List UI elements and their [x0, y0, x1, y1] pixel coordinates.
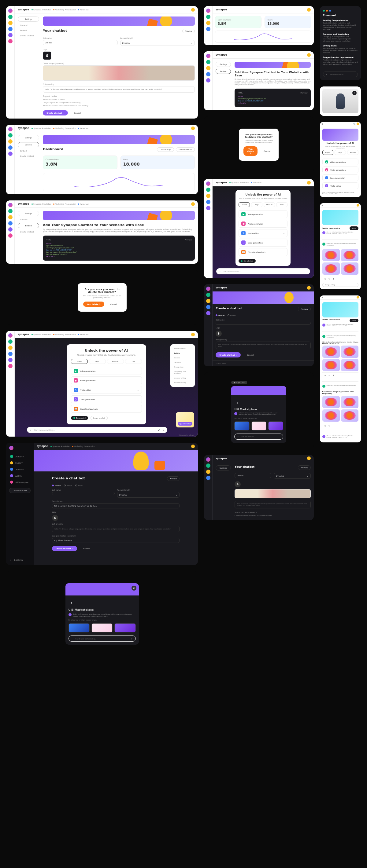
sidebar-settings-button[interactable]: Settings: [216, 62, 231, 67]
app-logo-icon[interactable]: [8, 333, 12, 338]
menu-writing[interactable]: Improve writing: [173, 381, 192, 384]
suggestion-card[interactable]: [68, 623, 90, 632]
option-photo-editor[interactable]: ✎Photo editor: [322, 182, 359, 189]
cancel-button[interactable]: Cancel: [80, 546, 93, 551]
sidebar-item-chatgpt4[interactable]: ChatGPT-4: [9, 454, 31, 459]
sidebar-general[interactable]: General: [18, 218, 39, 221]
generated-image[interactable]: [341, 396, 359, 408]
app-logo-icon[interactable]: [8, 127, 12, 131]
plus-icon[interactable]: +: [325, 73, 328, 76]
exit-button[interactable]: ⟵ Exit lense: [213, 361, 313, 366]
sidebar-embed-button[interactable]: Embed: [18, 223, 39, 228]
rail-item[interactable]: [206, 72, 210, 76]
greeting-textarea[interactable]: Hello, I'm Synapse a large language mode…: [234, 501, 310, 508]
generated-image[interactable]: [341, 409, 359, 422]
create-bot-pill[interactable]: Create new bot: [90, 416, 108, 420]
rail-item[interactable]: [8, 364, 12, 368]
suggestion-card[interactable]: [114, 623, 136, 632]
tab-expert[interactable]: Expert: [238, 202, 250, 207]
rail-item[interactable]: [8, 209, 12, 213]
bot-selected-pill[interactable]: Bot selected: [71, 416, 88, 420]
bot-name-input[interactable]: [216, 322, 310, 325]
cancel-button[interactable]: Cancel: [243, 352, 257, 358]
avatar[interactable]: [191, 202, 195, 206]
avatar[interactable]: [307, 286, 311, 290]
refresh-icon[interactable]: ↻: [328, 424, 331, 428]
rail-item[interactable]: [8, 339, 12, 344]
create-chatbot-button[interactable]: Create chatbot →: [43, 110, 68, 116]
rail-item[interactable]: [8, 39, 12, 43]
cover-image-preview[interactable]: [234, 489, 310, 498]
logo-upload[interactable]: S: [43, 51, 51, 60]
plus-icon[interactable]: +: [218, 270, 221, 273]
sidebar-settings-button[interactable]: Settings: [18, 135, 39, 140]
sidebar-item-cinematic[interactable]: Cinematic: [9, 467, 31, 472]
generated-image[interactable]: [322, 210, 359, 225]
rail-item[interactable]: [206, 78, 210, 83]
avatar[interactable]: [307, 8, 311, 11]
option-photo[interactable]: ◉Photo generation: [322, 166, 359, 173]
rail-item[interactable]: [206, 194, 210, 198]
logo-upload[interactable]: S: [216, 331, 222, 337]
rail-item[interactable]: [206, 15, 210, 19]
suggest-input[interactable]: e.g. I love the world: [52, 538, 179, 543]
option-education[interactable]: 📖Education feedback: [238, 248, 287, 256]
greeting-textarea[interactable]: Hello, I'm Synapse a large language mode…: [216, 342, 310, 349]
period-select[interactable]: Last 30 days: [157, 147, 174, 152]
rail-item[interactable]: [206, 27, 210, 31]
option-video[interactable]: ▶Video generation: [238, 210, 287, 218]
step-model[interactable]: Model: [75, 485, 83, 487]
suggestion-card[interactable]: [234, 421, 249, 431]
avatar[interactable]: [357, 296, 359, 299]
sidebar-general[interactable]: General: [18, 24, 39, 27]
cover-image-preview[interactable]: [43, 65, 195, 81]
download-csv-button[interactable]: Download CSV: [176, 147, 195, 152]
logo-upload[interactable]: S: [234, 481, 241, 487]
rail-item[interactable]: [206, 60, 210, 64]
rail-item[interactable]: [206, 305, 210, 309]
rail-item[interactable]: [206, 206, 210, 210]
bot-selected-pill[interactable]: Bot selected: [238, 259, 255, 263]
rail-item[interactable]: [8, 33, 12, 37]
tab-low[interactable]: Low: [125, 359, 142, 364]
greeting-textarea[interactable]: Hello, I'm Synapse a large language mode…: [52, 526, 179, 532]
rail-item[interactable]: [8, 352, 12, 356]
copy-icon[interactable]: ⧉: [323, 277, 327, 280]
rail-item[interactable]: [206, 311, 210, 315]
menu-icon[interactable]: ☰: [322, 297, 323, 298]
step-prompt[interactable]: Prompt: [228, 314, 236, 316]
generated-image[interactable]: [341, 346, 359, 358]
rail-item[interactable]: [206, 66, 210, 70]
avatar[interactable]: [357, 123, 359, 125]
sidebar-delete[interactable]: Delete chatbot: [18, 154, 39, 158]
generated-image[interactable]: [341, 249, 359, 261]
prompt-input[interactable]: Start new something...: [34, 429, 156, 431]
code-block[interactable]: HTMLPreview <script src="https://synapse…: [234, 89, 310, 107]
sidebar-settings-button[interactable]: Settings: [18, 17, 39, 22]
generated-image[interactable]: [322, 409, 340, 422]
more-icon[interactable]: ⋯: [354, 277, 357, 280]
bot-name-input[interactable]: [52, 492, 115, 495]
option-code[interactable]: ⟨⟩Code generation: [322, 175, 359, 181]
stop-button[interactable]: Stop generating: [322, 283, 359, 287]
mic-icon[interactable]: 🎤: [157, 428, 160, 431]
download-icon[interactable]: ⬇: [332, 374, 335, 377]
menu-writing[interactable]: Improve writing: [173, 376, 192, 380]
logo-upload[interactable]: S: [52, 515, 58, 521]
app-logo-icon[interactable]: [8, 203, 12, 207]
preview-button[interactable]: Preview: [167, 476, 179, 481]
rail-item[interactable]: [206, 293, 210, 297]
close-button[interactable]: ✕: [132, 586, 136, 591]
sidebar-general-button[interactable]: General: [18, 142, 39, 147]
create-chatbot-button[interactable]: Create chatbot →: [52, 546, 77, 551]
sidebar-item-chatgpt[interactable]: ChatGPT: [9, 460, 31, 465]
send-icon[interactable]: ➤: [131, 637, 134, 640]
app-logo-icon[interactable]: [8, 8, 12, 13]
option-photo-editor[interactable]: ✎Photo editor⌄: [71, 386, 142, 394]
suggestion-card[interactable]: [268, 421, 283, 431]
tab-medium[interactable]: Medium: [107, 359, 124, 364]
rail-item[interactable]: [8, 27, 12, 31]
preview-button[interactable]: Preview: [182, 29, 195, 33]
rail-item[interactable]: [8, 221, 12, 225]
menu-attachment[interactable]: Add attachment: [173, 347, 192, 350]
